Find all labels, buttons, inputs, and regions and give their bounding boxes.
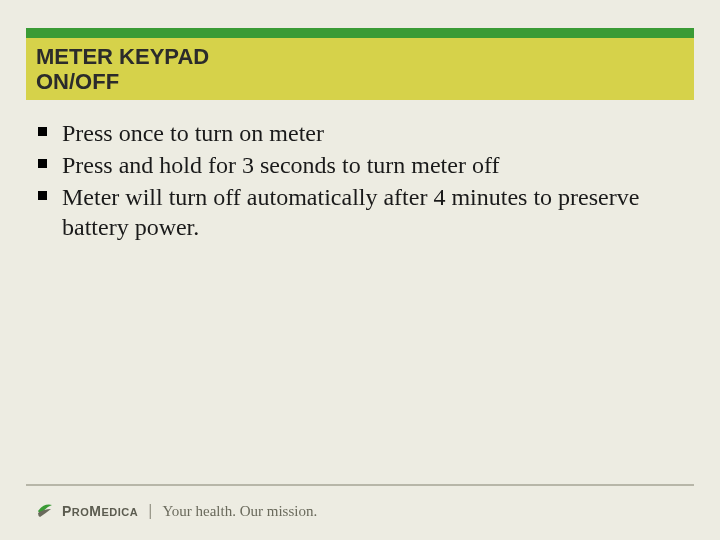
footer-tagline: Your health. Our mission. <box>162 503 317 520</box>
footer-divider <box>26 484 694 486</box>
footer-separator: | <box>148 502 152 520</box>
list-item: Press once to turn on meter <box>36 118 680 148</box>
brand-letter: M <box>89 503 101 519</box>
list-item: Press and hold for 3 seconds to turn met… <box>36 150 680 180</box>
title-band: METER KEYPAD ON/OFF <box>26 38 694 100</box>
brand-wordmark: PROMEDICA <box>62 503 138 519</box>
accent-bar-top <box>26 28 694 38</box>
brand-letter: P <box>62 503 72 519</box>
footer: PROMEDICA | Your health. Our mission. <box>36 502 317 520</box>
brand-rest: RO <box>72 506 90 518</box>
slide-title: METER KEYPAD ON/OFF <box>36 44 209 95</box>
list-item: Meter will turn off automatically after … <box>36 182 680 242</box>
brand-rest: EDICA <box>102 506 139 518</box>
leaf-logo-icon <box>36 503 54 519</box>
bullet-list: Press once to turn on meter Press and ho… <box>36 118 680 242</box>
content-area: Press once to turn on meter Press and ho… <box>36 118 680 244</box>
